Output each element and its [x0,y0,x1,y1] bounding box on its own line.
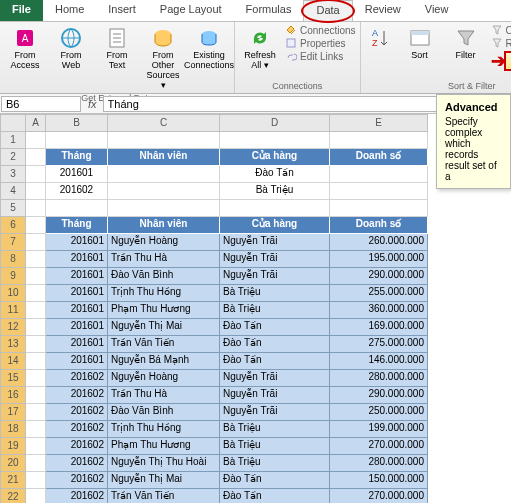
cell[interactable] [46,200,108,217]
from-text-button[interactable]: From Text [96,24,138,72]
cell[interactable]: 255.000.000 [330,285,428,302]
reapply-button[interactable]: Reapply [491,37,511,49]
cell[interactable]: 201601 [46,268,108,285]
row-14[interactable]: 14 [0,353,26,370]
cell[interactable]: Trần Văn Tiến [108,336,220,353]
sort-button[interactable]: Sort [399,24,441,62]
tab-page-layout[interactable]: Page Layout [148,0,234,21]
cell[interactable] [26,268,46,285]
cell[interactable] [220,200,330,217]
cell[interactable]: 250.000.000 [330,404,428,421]
cell[interactable]: 201601 [46,234,108,251]
cell[interactable]: Đào Văn Bình [108,268,220,285]
row-7[interactable]: 7 [0,234,26,251]
cell[interactable]: Đào Tấn [220,489,330,503]
cell[interactable]: 201602 [46,387,108,404]
cell[interactable] [26,489,46,503]
cell[interactable]: Nguyễn Trãi [220,251,330,268]
tab-file[interactable]: File [0,0,43,21]
cell[interactable] [26,404,46,421]
row-21[interactable]: 21 [0,472,26,489]
cell[interactable] [330,183,428,200]
cell[interactable]: Tháng [46,149,108,166]
row-15[interactable]: 15 [0,370,26,387]
tab-formulas[interactable]: Formulas [234,0,304,21]
cell[interactable] [108,132,220,149]
row-19[interactable]: 19 [0,438,26,455]
cell[interactable]: Nhân viên [108,217,220,234]
cell[interactable] [26,336,46,353]
refresh-all-button[interactable]: Refresh All ▾ [239,24,281,72]
cell[interactable] [26,319,46,336]
cell[interactable]: 201601 [46,251,108,268]
row-5[interactable]: 5 [0,200,26,217]
tab-home[interactable]: Home [43,0,96,21]
cell[interactable]: 201602 [46,472,108,489]
cell[interactable]: Trịnh Thu Hồng [108,421,220,438]
cell-grid[interactable]: ThángNhân viênCửa hàngDoanh số201601Đào … [26,132,428,503]
cell[interactable]: Cửa hàng [220,217,330,234]
cell[interactable]: Bà Triệu [220,285,330,302]
row-1[interactable]: 1 [0,132,26,149]
cell[interactable]: Trần Văn Tiến [108,489,220,503]
sort-az-button[interactable]: AZ [365,24,395,52]
cell[interactable]: 201602 [46,370,108,387]
cell[interactable] [26,234,46,251]
cell[interactable]: Đào Tấn [220,166,330,183]
clear-button[interactable]: Clear [491,24,511,36]
cell[interactable]: Phạm Thu Hương [108,302,220,319]
row-8[interactable]: 8 [0,251,26,268]
cell[interactable] [26,149,46,166]
cell[interactable] [330,132,428,149]
cell[interactable]: Bà Triệu [220,302,330,319]
cell[interactable]: 270.000.000 [330,438,428,455]
cell[interactable]: Nguyễn Trãi [220,234,330,251]
cell[interactable]: 201602 [46,421,108,438]
cell[interactable]: 201601 [46,319,108,336]
cell[interactable]: 201602 [46,438,108,455]
col-E[interactable]: E [330,114,428,132]
properties-button[interactable]: Properties [285,37,356,49]
cell[interactable] [26,285,46,302]
cell[interactable] [26,183,46,200]
cell[interactable]: Nguyễn Trãi [220,404,330,421]
cell[interactable]: 290.000.000 [330,387,428,404]
cell[interactable]: Đào Tấn [220,336,330,353]
cell[interactable]: 201601 [46,166,108,183]
cell[interactable]: 201601 [46,285,108,302]
cell[interactable] [108,166,220,183]
tab-review[interactable]: Review [353,0,413,21]
col-B[interactable]: B [46,114,108,132]
cell[interactable] [26,370,46,387]
cell[interactable]: Doanh số [330,217,428,234]
cell[interactable] [26,353,46,370]
row-9[interactable]: 9 [0,268,26,285]
advanced-button[interactable]: Advanced [504,51,511,71]
cell[interactable]: Doanh số [330,149,428,166]
cell[interactable] [26,421,46,438]
edit-links-button[interactable]: Edit Links [285,50,356,62]
cell[interactable]: 201602 [46,489,108,503]
from-other-sources-button[interactable]: From Other Sources ▾ [142,24,184,92]
cell[interactable]: 195.000.000 [330,251,428,268]
cell[interactable] [26,455,46,472]
cell[interactable]: 270.000.000 [330,489,428,503]
cell[interactable]: Nguyễn Hoàng [108,234,220,251]
cell[interactable]: Đào Văn Bình [108,404,220,421]
tab-insert[interactable]: Insert [96,0,148,21]
row-16[interactable]: 16 [0,387,26,404]
cell[interactable]: Phạm Thu Hương [108,438,220,455]
row-20[interactable]: 20 [0,455,26,472]
row-2[interactable]: 2 [0,149,26,166]
cell[interactable]: Nguyễn Bá Mạnh [108,353,220,370]
cell[interactable]: Bà Triệu [220,455,330,472]
cell[interactable]: Bà Triệu [220,421,330,438]
cell[interactable]: 169.000.000 [330,319,428,336]
from-access-button[interactable]: AFrom Access [4,24,46,72]
cell[interactable] [26,200,46,217]
row-10[interactable]: 10 [0,285,26,302]
cell[interactable]: Nguyễn Thị Mai [108,472,220,489]
cell[interactable]: Đào Tấn [220,319,330,336]
cell[interactable] [220,132,330,149]
cell[interactable] [108,183,220,200]
